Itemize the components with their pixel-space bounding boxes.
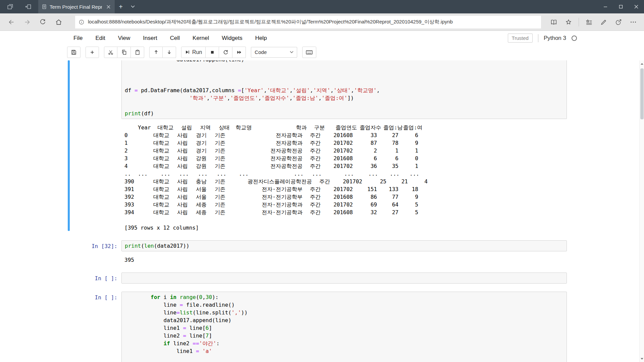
copy-cell-button[interactable] (117, 47, 131, 58)
menu-insert[interactable]: Insert (137, 31, 164, 45)
jupyter-menubar: File Edit View Insert Cell Kernel Widget… (67, 31, 577, 45)
restart-run-all-button[interactable] (232, 47, 246, 58)
url-field[interactable]: localhost:8888/notebooks/Desktop/과제%20제출… (75, 16, 541, 28)
menu-edit[interactable]: Edit (89, 31, 111, 45)
command-palette-keyboard-button[interactable] (302, 47, 316, 58)
paste-cell-button[interactable] (131, 47, 144, 58)
forward-button[interactable] (19, 15, 35, 29)
dataframe-row: 393대학교사립세종기존전자·전기공학과주간20170269645 (124, 201, 428, 208)
jupyter-toolbar: Run Code (67, 45, 577, 60)
input-prompt: In [32]: (68, 240, 121, 251)
cell-type-select[interactable]: Code (251, 47, 297, 58)
run-button[interactable]: Run (181, 47, 206, 58)
maximize-button[interactable] (613, 0, 629, 13)
menu-kernel[interactable]: Kernel (186, 31, 215, 45)
kernel-name: Python 3 (544, 35, 566, 42)
input-prompt: In [ ]: (68, 273, 121, 284)
dataframe-output: Year대학교설립지역상태학교명학과구분졸업연도졸업자수졸업:남졸업:여0대학교… (121, 124, 428, 232)
add-cell-button[interactable] (86, 47, 99, 58)
code-cell: data2017.append(line)df = pd.DataFrame(d… (68, 60, 571, 234)
site-info-icon[interactable] (78, 19, 85, 25)
refresh-button[interactable] (35, 15, 51, 29)
input-prompt: In [ ]: (68, 292, 121, 362)
dataframe-row: 390대학교사립충남기존광전자디스플레이공학전공주간20170225214 (124, 178, 428, 185)
dataframe-header-row: Year대학교설립지역상태학교명학과구분졸업연도졸업자수졸업:남졸업:여 (124, 124, 428, 131)
code-input[interactable]: print(len(data2017)) (121, 240, 567, 251)
restart-kernel-button[interactable] (219, 47, 232, 58)
browser-addressbar: localhost:8888/notebooks/Desktop/과제%20제출… (0, 13, 644, 31)
add-favorite-star-icon[interactable] (561, 15, 576, 29)
code-cell: In [ ]: (68, 268, 571, 286)
kernel-idle-indicator-icon (572, 36, 577, 41)
web-note-pen-icon[interactable] (596, 15, 611, 29)
minimize-button[interactable] (598, 0, 613, 13)
scrollbar-down-arrow-icon[interactable] (640, 356, 644, 361)
share-icon[interactable] (611, 15, 626, 29)
tab-preview-chevron-icon[interactable] (127, 0, 139, 13)
close-tab-icon[interactable] (105, 3, 112, 10)
dataframe-row: 3대학교사립강원기존전자공학전공주간201608660 (124, 155, 428, 162)
browser-tab[interactable]: Term Project Final Reprot (38, 0, 115, 13)
dataframe-row: 392대학교사립서울기존전자·전기공학부주간20160886779 (124, 193, 428, 201)
trusted-badge: Trusted (508, 34, 533, 43)
dataframe-row: 1대학교사립경기기존전자공학과주간20170287789 (124, 139, 428, 147)
interrupt-kernel-button[interactable] (206, 47, 219, 58)
kernel-separator (538, 34, 538, 42)
move-cell-up-button[interactable] (149, 47, 163, 58)
dataframe-shape-footer: [395 rows x 12 columns] (124, 224, 428, 232)
jupyter-header: File Edit View Insert Cell Kernel Widget… (0, 31, 644, 61)
hub-favorites-icon[interactable] (582, 15, 596, 29)
code-cell: In [ ]: for i in range(0,30): line = fil… (68, 288, 571, 362)
dataframe-row: 4대학교사립강원기존전자공학전공주간20170236351 (124, 162, 428, 170)
move-cell-down-button[interactable] (163, 47, 176, 58)
scrollbar-up-arrow-icon[interactable] (640, 61, 644, 66)
run-label: Run (192, 49, 202, 55)
set-tabs-aside-icon[interactable] (21, 0, 35, 13)
dataframe-row: 394대학교사립세종기존전자·전기공학과주간20160832275 (124, 208, 428, 216)
menu-widgets[interactable]: Widgets (215, 31, 249, 45)
code-cell: In [32]:print(len(data2017))395 (68, 236, 571, 266)
cell-output: 395 (121, 256, 134, 264)
notebook-cells: data2017.append(line)df = pd.DataFrame(d… (68, 60, 571, 362)
tab-favicon-document-icon (42, 4, 47, 10)
tab-preview-icon[interactable] (3, 0, 17, 13)
more-options-icon[interactable] (626, 15, 641, 29)
back-button[interactable] (3, 15, 19, 29)
save-button[interactable] (67, 47, 80, 58)
scrollbar-thumb[interactable] (640, 68, 644, 119)
new-tab-button[interactable]: + (115, 0, 127, 13)
dataframe-row: ...................................... (124, 170, 428, 178)
home-button[interactable] (51, 15, 66, 29)
menu-file[interactable]: File (67, 31, 89, 45)
cut-cell-button[interactable] (104, 47, 117, 58)
input-prompt (68, 60, 121, 119)
menu-help[interactable]: Help (249, 31, 273, 45)
tab-title: Term Project Final Reprot (50, 4, 102, 10)
code-input[interactable] (121, 273, 567, 284)
code-input[interactable]: for i in range(0,30): line = file.readli… (121, 292, 567, 362)
close-window-button[interactable] (629, 0, 644, 13)
url-text: localhost:8888/notebooks/Desktop/과제%20제출… (88, 19, 453, 25)
notebook-area: data2017.append(line)df = pd.DataFrame(d… (0, 60, 644, 362)
browser-titlebar: Term Project Final Reprot + (0, 0, 644, 13)
dataframe-row: 391대학교사립서울기존전자·전기공학부주간20170215113318 (124, 185, 428, 193)
page-scrollbar[interactable] (639, 60, 644, 362)
menu-cell[interactable]: Cell (164, 31, 186, 45)
cell-type-value: Code (255, 49, 267, 55)
code-input[interactable]: data2017.append(line)df = pd.DataFrame(d… (121, 60, 567, 119)
dataframe-row: 2대학교사립경기기존전자공학전공주간201702211 (124, 147, 428, 155)
reading-view-icon[interactable] (546, 15, 561, 29)
menu-view[interactable]: View (112, 31, 137, 45)
dataframe-row: 0대학교사립경기기존전자공학과주간20160833276 (124, 131, 428, 139)
